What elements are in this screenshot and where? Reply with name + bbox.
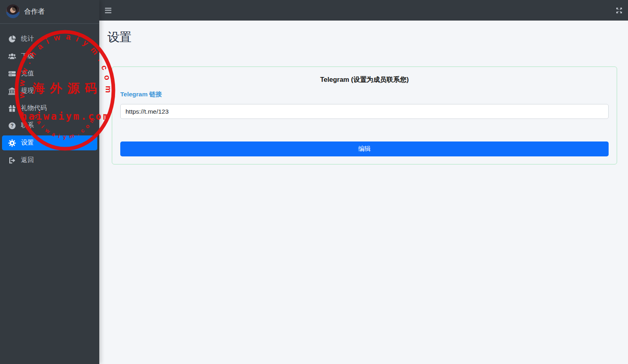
telegram-link-label: Telegram 链接 <box>120 90 609 99</box>
sidebar-item-subordinates[interactable]: 下级 <box>2 49 97 64</box>
avatar <box>6 4 20 18</box>
sidebar-item-label: 礼物代码 <box>21 104 47 112</box>
topbar <box>99 0 628 21</box>
sidebar-item-contact[interactable]: ? 联系 <box>2 118 97 133</box>
card-title: Telegram (设置为成员联系您) <box>120 75 609 84</box>
sidebar-menu: 统计 下级 <box>0 24 99 168</box>
sidebar-item-settings[interactable]: 设置 <box>2 135 97 150</box>
gift-icon <box>7 104 17 112</box>
sidebar-item-label: 设置 <box>21 139 34 147</box>
telegram-link-input[interactable] <box>120 104 609 119</box>
page-title: 设置 <box>107 29 628 46</box>
sidebar-item-label: 返回 <box>21 156 34 164</box>
brand-label: 合作者 <box>24 7 45 16</box>
sidebar-item-recharge[interactable]: 充值 <box>2 66 97 81</box>
main-area: 设置 Telegram (设置为成员联系您) Telegram 链接 编辑 <box>99 0 628 364</box>
sidebar-item-label: 提现 <box>21 87 34 95</box>
sidebar-item-giftcode[interactable]: 礼物代码 <box>2 101 97 116</box>
sidebar-item-stats[interactable]: 统计 <box>2 31 97 46</box>
bank-icon <box>7 87 17 95</box>
chart-pie-icon <box>7 35 17 43</box>
content: 设置 Telegram (设置为成员联系您) Telegram 链接 编辑 <box>99 21 628 164</box>
users-icon <box>7 52 17 60</box>
hamburger-menu-icon[interactable] <box>105 8 111 13</box>
edit-button[interactable]: 编辑 <box>120 141 609 156</box>
sidebar-item-back[interactable]: 返回 <box>2 153 97 168</box>
sidebar-item-label: 充值 <box>21 69 34 78</box>
sign-out-icon <box>7 156 17 164</box>
sidebar-item-label: 统计 <box>21 35 34 43</box>
fullscreen-expand-icon[interactable] <box>615 7 623 14</box>
sidebar-brand[interactable]: 合作者 <box>0 0 99 24</box>
gear-icon <box>7 139 17 147</box>
telegram-settings-card: Telegram (设置为成员联系您) Telegram 链接 编辑 <box>112 67 617 164</box>
sidebar-item-label: 下级 <box>21 52 34 60</box>
sidebar: 合作者 统计 下级 <box>0 0 99 364</box>
svg-text:?: ? <box>10 123 13 129</box>
server-icon <box>7 70 17 78</box>
sidebar-item-withdraw[interactable]: 提现 <box>2 83 97 98</box>
sidebar-item-label: 联系 <box>21 121 34 130</box>
question-circle-icon: ? <box>7 122 17 130</box>
